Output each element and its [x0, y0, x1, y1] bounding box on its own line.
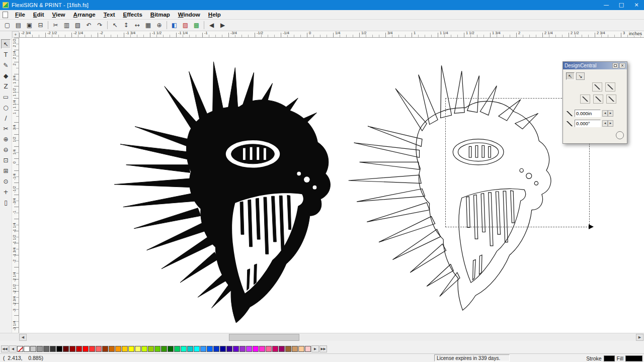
- palette-first-button[interactable]: ◀◀: [1, 345, 9, 352]
- vertical-ruler[interactable]: 2 1/22 1/421 3/41 1/21 1/413/41/21/40-1/…: [12, 38, 19, 333]
- zoom-selection-tool[interactable]: ⊙: [1, 176, 11, 186]
- node-edit-tool[interactable]: ✎: [1, 60, 11, 70]
- menu-help[interactable]: Help: [204, 11, 225, 18]
- rectangle-tool[interactable]: ▭: [1, 92, 11, 102]
- ellipse-tool[interactable]: ○: [1, 103, 11, 112]
- scroll-right-button[interactable]: ▶: [636, 334, 643, 341]
- horizontal-ruler[interactable]: inches -2 3/4-2 1/2-2 1/4-2-1 3/4-1 1/2-…: [19, 31, 644, 38]
- color-swatch-000000[interactable]: [56, 346, 62, 352]
- color-mixer-button[interactable]: ▩: [191, 20, 202, 30]
- canvas[interactable]: [19, 38, 644, 333]
- page-tool[interactable]: ▯: [1, 198, 11, 207]
- color-swatch-990000[interactable]: [69, 346, 75, 352]
- position-spin-right-button[interactable]: ▸: [608, 110, 613, 117]
- text-tool[interactable]: T: [1, 50, 11, 59]
- color-swatch-996633[interactable]: [285, 346, 291, 352]
- design-central-minimize-button[interactable]: [612, 63, 618, 68]
- resize-button[interactable]: ↕: [121, 20, 131, 30]
- print-button[interactable]: ⊟: [35, 20, 46, 30]
- color-swatch-660000[interactable]: [63, 346, 69, 352]
- dc-circle-button[interactable]: [616, 131, 624, 139]
- open-file-button[interactable]: ▤: [13, 20, 24, 30]
- zoom-in-tool[interactable]: ⊕: [1, 134, 11, 144]
- angle-spin-right-button[interactable]: ▸: [608, 120, 613, 127]
- color-swatch-ff9900[interactable]: [115, 346, 121, 352]
- ruler-origin[interactable]: +: [12, 31, 19, 38]
- menu-arrange[interactable]: Arrange: [69, 11, 100, 18]
- new-file-button[interactable]: ▢: [2, 20, 13, 30]
- dc-selection-tab[interactable]: ↖: [566, 72, 575, 80]
- menu-view[interactable]: View: [48, 11, 69, 18]
- snap-grid-button[interactable]: ▦: [143, 20, 153, 30]
- close-button[interactable]: ×: [629, 0, 644, 10]
- menu-window[interactable]: Window: [174, 11, 204, 18]
- dc-angle-input[interactable]: [575, 120, 601, 127]
- angle-spin-left-button[interactable]: ◂: [602, 120, 608, 127]
- color-swatch-006600[interactable]: [168, 346, 174, 352]
- pan-tool[interactable]: +: [1, 187, 11, 197]
- menu-file[interactable]: File: [11, 11, 29, 18]
- color-swatch-00ffff[interactable]: [194, 346, 200, 352]
- skew-horizontal-icon[interactable]: [580, 95, 590, 104]
- zoom-out-tool[interactable]: ⊖: [1, 145, 11, 154]
- design-central-titlebar[interactable]: DesignCentral ×: [563, 62, 627, 69]
- color-swatch-339900[interactable]: [161, 346, 167, 352]
- document-icon[interactable]: [3, 12, 8, 18]
- measure-button[interactable]: ↔: [132, 20, 142, 30]
- design-central-close-button[interactable]: ×: [619, 63, 625, 68]
- palette-last-button[interactable]: ▶▶: [319, 345, 327, 352]
- shape-tool[interactable]: ◆: [1, 71, 11, 80]
- color-swatch-0033cc[interactable]: [213, 346, 219, 352]
- rotate-ccw-icon[interactable]: [605, 82, 615, 92]
- save-file-button[interactable]: ▣: [24, 20, 35, 30]
- color-swatch-ffcc00[interactable]: [122, 346, 128, 352]
- palette-prev-button[interactable]: ◀: [9, 345, 17, 352]
- color-swatch-6600cc[interactable]: [233, 346, 239, 352]
- select-tool[interactable]: ↖: [1, 39, 11, 49]
- menu-effects[interactable]: Effects: [119, 11, 146, 18]
- color-swatch-00cccc[interactable]: [187, 346, 193, 352]
- color-swatch-ff33cc[interactable]: [259, 346, 265, 352]
- copy-button[interactable]: ▥: [61, 20, 72, 30]
- undo-button[interactable]: ↶: [84, 20, 94, 30]
- knife-tool[interactable]: ✂: [1, 124, 11, 133]
- scroll-left-button[interactable]: ◀: [19, 334, 27, 341]
- color-swatch-ff6666[interactable]: [96, 346, 102, 352]
- color-swatch-99cc00[interactable]: [148, 346, 154, 352]
- position-spin-left-button[interactable]: ◂: [602, 110, 608, 117]
- dc-transform-tab[interactable]: ↘: [576, 72, 585, 80]
- color-swatch-ffffff[interactable]: [24, 346, 30, 352]
- color-swatch-cc33ff[interactable]: [246, 346, 252, 352]
- bitmap-fish-image[interactable]: [106, 58, 338, 323]
- redo-button[interactable]: ↷: [95, 20, 105, 30]
- color-swatch-333333[interactable]: [50, 346, 56, 352]
- color-swatch-000099[interactable]: [220, 346, 226, 352]
- color-swatch-9933cc[interactable]: [239, 346, 246, 352]
- line-tool[interactable]: ∕: [1, 113, 11, 123]
- cut-button[interactable]: ✂: [50, 20, 61, 30]
- color-swatch-0066ff[interactable]: [207, 346, 213, 352]
- color-swatch-ff0000[interactable]: [83, 346, 89, 352]
- color-swatch-ffcc99[interactable]: [298, 346, 304, 352]
- scrollbar-thumb[interactable]: [229, 334, 299, 341]
- palette-next-button[interactable]: ▶: [311, 345, 319, 352]
- fill-color-indicator[interactable]: [625, 355, 642, 361]
- menu-edit[interactable]: Edit: [29, 11, 48, 18]
- zoom-area-tool[interactable]: ⊞: [1, 166, 11, 175]
- color-swatch-00ffcc[interactable]: [181, 346, 187, 352]
- previous-view-button[interactable]: ◀: [206, 20, 217, 30]
- color-swatch-ff6699[interactable]: [266, 346, 272, 352]
- paste-button[interactable]: ▧: [72, 20, 83, 30]
- bezier-tool[interactable]: Z: [1, 81, 11, 91]
- zoom-button[interactable]: ⊕: [154, 20, 165, 30]
- color-swatch-cc0000[interactable]: [76, 346, 82, 352]
- stroke-color-indicator[interactable]: [604, 355, 615, 361]
- color-swatch-cc6600[interactable]: [109, 346, 115, 352]
- minimize-button[interactable]: —: [599, 0, 614, 10]
- color-swatch-993300[interactable]: [102, 346, 108, 352]
- zoom-page-tool[interactable]: ⊡: [1, 155, 11, 165]
- color-swatch-ffcccc[interactable]: [305, 346, 311, 352]
- design-central-button[interactable]: ◧: [169, 20, 180, 30]
- color-swatch-cccccc[interactable]: [30, 346, 36, 352]
- color-swatch-cc0066[interactable]: [272, 346, 278, 352]
